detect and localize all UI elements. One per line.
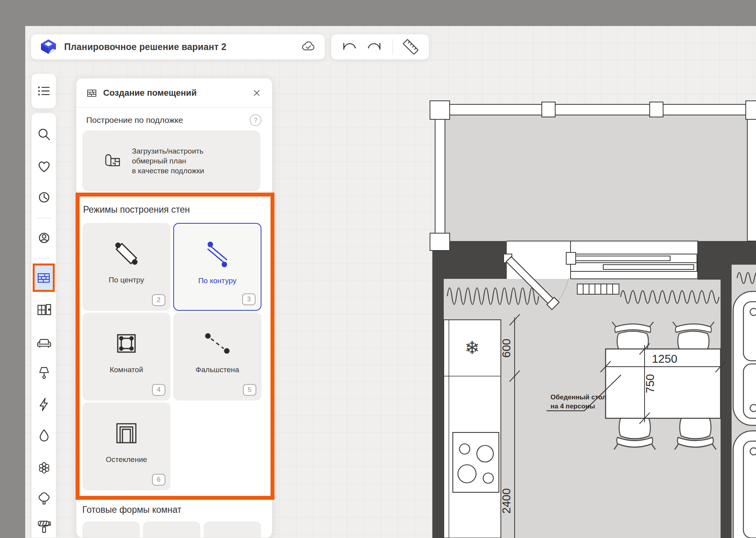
favorites-button[interactable]: [35, 157, 54, 176]
shortcut-badge: 3: [242, 293, 256, 305]
shortcut-badge: 6: [152, 474, 165, 486]
ruler-measure-button[interactable]: [402, 38, 420, 56]
panel-header: Создание помещений: [76, 78, 272, 108]
electrics-button[interactable]: [35, 395, 54, 414]
wall-mode-false-wall[interactable]: Фальшстена 5: [173, 313, 261, 401]
wall-mode-room[interactable]: Комнатой 4: [82, 313, 170, 401]
furniture-button[interactable]: [35, 334, 54, 352]
wall-mode-glazing[interactable]: Остекление 6: [82, 403, 170, 490]
sidebar-divider: [38, 258, 50, 258]
lighting-button[interactable]: [35, 363, 54, 382]
sidebar-divider: [38, 218, 50, 218]
close-icon[interactable]: [251, 87, 263, 99]
room-shape-tile[interactable]: [204, 521, 261, 538]
load-underlay-label: Загрузить/настроить обмерный план в каче…: [132, 146, 204, 176]
sidebar-item-walls-active[interactable]: [33, 263, 55, 292]
plants-button[interactable]: [35, 489, 54, 508]
decor-button[interactable]: [35, 458, 54, 477]
room-shape-tile[interactable]: [82, 521, 140, 538]
room-shapes-heading: Готовые формы комнат: [82, 505, 182, 515]
shortcut-badge: 2: [152, 294, 165, 306]
help-icon[interactable]: ?: [249, 114, 262, 126]
wall-mode-contour[interactable]: По контуру 3: [173, 223, 261, 311]
sidebar-tools: [31, 113, 56, 538]
measured-plan-icon: [103, 151, 123, 171]
shortcut-badge: 5: [243, 384, 256, 396]
rooms-creation-panel: Создание помещений Построение по подложк…: [76, 78, 272, 538]
layers-list-icon[interactable]: [35, 82, 52, 100]
glazing-icon: [103, 414, 150, 453]
history-button[interactable]: [35, 188, 54, 207]
windows-doors-button[interactable]: [35, 301, 54, 319]
edit-toolbar: [331, 34, 429, 60]
finishes-button[interactable]: [35, 518, 54, 537]
false-wall-icon: [194, 324, 241, 363]
sidebar-project-panel: [31, 73, 56, 109]
undo-button[interactable]: [340, 38, 358, 56]
plumbing-button[interactable]: [35, 426, 54, 445]
brick-wall-icon: [86, 87, 98, 99]
brick-wall-icon: [36, 270, 52, 286]
wall-contour-icon: [194, 235, 241, 274]
wall-modes-heading: Режимы построения стен: [83, 204, 190, 215]
document-title[interactable]: Планировочное решение вариант 2: [64, 42, 293, 52]
title-bar: Планировочное решение вариант 2: [31, 34, 325, 60]
app-window: ❄: [0, 0, 756, 538]
search-button[interactable]: [35, 125, 54, 144]
svg-text:?: ?: [254, 117, 257, 124]
toolbar-divider: [393, 39, 393, 55]
room-mode-icon: [103, 324, 150, 363]
shortcut-badge: 4: [152, 384, 165, 396]
underlay-section-heading: Построение по подложке: [86, 115, 183, 125]
app-logo-icon: [40, 38, 57, 56]
cloud-sync-check-icon: [300, 39, 316, 55]
account-button[interactable]: [35, 228, 54, 247]
panel-title: Создание помещений: [103, 88, 245, 98]
redo-button[interactable]: [366, 38, 384, 56]
room-shape-tile[interactable]: [143, 521, 200, 538]
wall-center-icon: [103, 234, 150, 273]
load-underlay-button[interactable]: Загрузить/настроить обмерный план в каче…: [82, 130, 260, 191]
wall-mode-center[interactable]: По центру 2: [82, 223, 170, 311]
